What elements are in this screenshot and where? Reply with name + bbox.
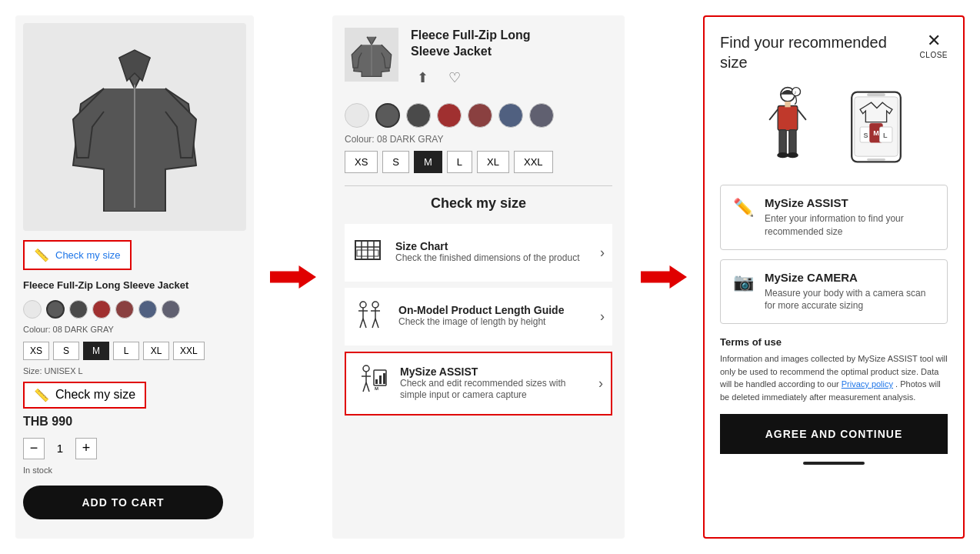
svg-rect-40 bbox=[785, 102, 790, 107]
svg-line-35 bbox=[798, 109, 806, 120]
mysize-assist-card[interactable]: ✏️ MySize ASSIST Enter your information … bbox=[720, 185, 948, 250]
size-m[interactable]: M bbox=[83, 342, 109, 360]
mysize-camera-card[interactable]: 📷 MySize CAMERA Measure your body with a… bbox=[720, 259, 948, 325]
svg-marker-1 bbox=[270, 265, 316, 289]
size-chart-option[interactable]: Size Chart Check the finished dimensions… bbox=[345, 224, 612, 282]
modal-size-m[interactable]: M bbox=[414, 151, 442, 173]
close-x-icon: ✕ bbox=[927, 32, 941, 49]
modal-color-swatches bbox=[345, 103, 612, 128]
modal-swatch-slate[interactable] bbox=[529, 103, 554, 128]
svg-point-19 bbox=[363, 365, 369, 372]
size-label: Size: UNISEX L bbox=[23, 366, 246, 375]
modal-swatch-gray[interactable] bbox=[406, 103, 431, 128]
svg-line-22 bbox=[363, 382, 366, 392]
swatch-gray[interactable] bbox=[69, 300, 88, 319]
on-model-chevron: › bbox=[600, 309, 605, 325]
svg-rect-33 bbox=[778, 106, 798, 131]
svg-rect-27 bbox=[383, 373, 385, 384]
arrow-2 bbox=[641, 265, 687, 289]
size-s[interactable]: S bbox=[53, 342, 79, 360]
mysize-assist-card-text: MySize ASSIST Enter your information to … bbox=[765, 196, 935, 239]
recommend-header: Find your recommended size ✕ CLOSE bbox=[720, 32, 948, 72]
agree-and-continue-button[interactable]: AGREE AND CONTINUE bbox=[720, 414, 948, 454]
modal-swatch-dark-gray[interactable] bbox=[375, 103, 400, 128]
check-my-size-label-2: Check my size bbox=[55, 388, 135, 402]
mysize-assist-text: MySize ASSIST Check and edit recommended… bbox=[400, 365, 586, 402]
svg-rect-43 bbox=[867, 93, 885, 96]
product-image bbox=[23, 23, 246, 231]
qty-increase[interactable]: + bbox=[75, 438, 97, 459]
modal-size-l[interactable]: L bbox=[447, 151, 472, 173]
svg-point-14 bbox=[372, 302, 378, 308]
svg-text:L: L bbox=[883, 132, 888, 139]
product-panel: 📏 Check my size Fleece Full-Zip Long Sle… bbox=[15, 15, 254, 539]
modal-size-xl[interactable]: XL bbox=[477, 151, 509, 173]
right-arrow-1 bbox=[270, 265, 316, 289]
modal-swatch-white[interactable] bbox=[345, 103, 369, 128]
modal-swatch-blue[interactable] bbox=[498, 103, 523, 128]
modal-size-s[interactable]: S bbox=[382, 151, 409, 173]
modal-product-title: Fleece Full-Zip LongSleeve Jacket bbox=[411, 28, 531, 60]
mysize-camera-card-text: MySize CAMERA Measure your body with a c… bbox=[765, 271, 935, 313]
size-xl[interactable]: XL bbox=[143, 342, 169, 360]
modal-swatch-red[interactable] bbox=[437, 103, 462, 128]
close-button[interactable]: ✕ CLOSE bbox=[920, 32, 948, 59]
svg-point-38 bbox=[777, 152, 788, 158]
modal-size-xs[interactable]: XS bbox=[345, 151, 378, 173]
swatch-white[interactable] bbox=[23, 300, 42, 319]
swatch-dark-gray[interactable] bbox=[46, 300, 65, 319]
size-l[interactable]: L bbox=[113, 342, 139, 360]
svg-rect-25 bbox=[375, 379, 378, 384]
mysize-assist-icon: M bbox=[354, 364, 388, 403]
check-my-size-modal-title: Check my size bbox=[345, 195, 612, 212]
swatch-red[interactable] bbox=[92, 300, 111, 319]
mysize-assist-option[interactable]: M MySize ASSIST Check and edit recommend… bbox=[345, 352, 612, 416]
qty-decrease[interactable]: − bbox=[23, 438, 45, 459]
right-arrow-2 bbox=[641, 265, 687, 289]
product-title: Fleece Full-Zip Long Sleeve Jacket bbox=[23, 279, 246, 292]
svg-text:M: M bbox=[873, 129, 879, 137]
close-label: CLOSE bbox=[920, 51, 948, 59]
camera-icon: 📷 bbox=[733, 272, 754, 292]
mysize-assist-card-title: MySize ASSIST bbox=[765, 196, 935, 209]
modal-swatch-wine[interactable] bbox=[468, 103, 492, 128]
on-model-title: On-Model Product Length Guide bbox=[398, 304, 564, 316]
arrow-1 bbox=[270, 265, 316, 289]
divider-1 bbox=[345, 185, 612, 186]
size-chart-icon bbox=[352, 235, 383, 271]
size-chart-chevron: › bbox=[600, 245, 605, 261]
ruler-icon: 📏 bbox=[34, 248, 49, 262]
on-model-text: On-Model Product Length Guide Check the … bbox=[398, 304, 564, 329]
modal-size-buttons: XS S M L XL XXL bbox=[345, 151, 612, 173]
product-price: THB 990 bbox=[23, 415, 246, 429]
edit-pencil-icon: ✏️ bbox=[733, 198, 754, 218]
svg-marker-29 bbox=[641, 265, 687, 289]
check-my-size-button-2[interactable]: 📏 Check my size bbox=[23, 382, 146, 409]
svg-rect-26 bbox=[379, 375, 382, 384]
add-to-cart-button[interactable]: ADD TO CART bbox=[23, 486, 223, 519]
swatch-slate[interactable] bbox=[162, 300, 180, 319]
favorite-button[interactable]: ♡ bbox=[443, 66, 466, 89]
on-model-icon bbox=[352, 299, 386, 335]
privacy-policy-link[interactable]: Privacy policy bbox=[842, 379, 893, 389]
swatch-wine[interactable] bbox=[115, 300, 134, 319]
share-button[interactable]: ⬆ bbox=[411, 66, 434, 89]
on-model-desc: Check the image of length by height bbox=[398, 316, 564, 329]
size-xs[interactable]: XS bbox=[23, 342, 49, 360]
svg-rect-37 bbox=[789, 130, 796, 155]
main-container: 📏 Check my size Fleece Full-Zip Long Sle… bbox=[15, 15, 965, 539]
size-xxl[interactable]: XXL bbox=[173, 342, 205, 360]
svg-rect-36 bbox=[779, 130, 786, 155]
mysize-assist-desc: Check and edit recommended sizes with si… bbox=[400, 378, 586, 402]
swatch-blue[interactable] bbox=[138, 300, 157, 319]
modal-size-xxl[interactable]: XXL bbox=[514, 151, 553, 173]
svg-line-18 bbox=[375, 319, 378, 328]
mysize-assist-chevron: › bbox=[598, 375, 603, 392]
svg-line-13 bbox=[363, 319, 366, 328]
svg-point-9 bbox=[360, 302, 366, 308]
jacket-illustration bbox=[65, 42, 204, 212]
check-my-size-button-1[interactable]: 📏 Check my size bbox=[23, 240, 132, 270]
recommend-panel: Find your recommended size ✕ CLOSE ♪ bbox=[703, 15, 965, 539]
on-model-option[interactable]: On-Model Product Length Guide Check the … bbox=[345, 288, 612, 345]
mysize-camera-card-title: MySize CAMERA bbox=[765, 271, 935, 284]
